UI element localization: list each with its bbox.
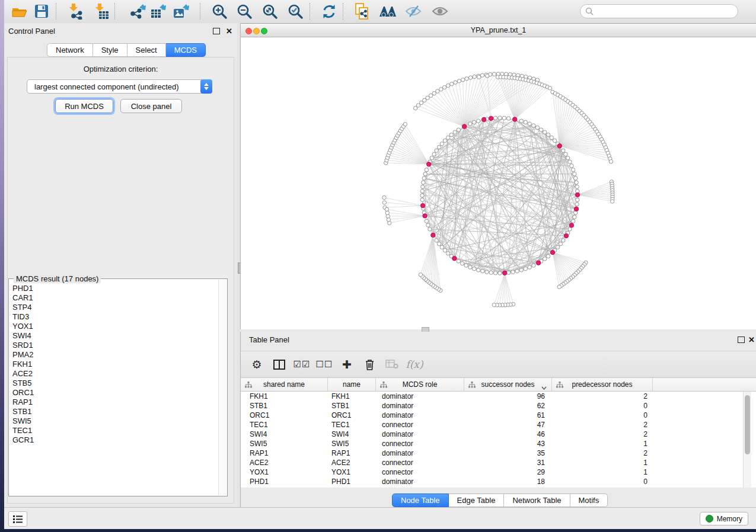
table-scrollbar[interactable]	[743, 392, 751, 488]
dropdown-stepper-icon	[200, 79, 212, 94]
mcds-list-scrollbar[interactable]	[218, 280, 227, 495]
function-builder-button[interactable]: f(x)	[403, 358, 426, 370]
delete-column-button[interactable]	[358, 359, 381, 370]
import-network-button[interactable]	[65, 2, 85, 21]
column-header-successor-nodes[interactable]: successor nodes	[464, 378, 552, 391]
cell-shared-name: SWI4	[241, 430, 328, 439]
criterion-dropdown[interactable]: largest connected component (undirected)	[27, 79, 212, 94]
optimization-criterion-label: Optimization criterion:	[4, 65, 237, 73]
table-row[interactable]: TEC1 TEC1 connector 47 2	[241, 420, 756, 430]
mcds-result-list[interactable]: PHD1CAR1STP4TID3YOX1SWI4SRD1PMA2FKH1ACE2…	[9, 279, 227, 445]
first-neighbors-button[interactable]	[378, 2, 398, 21]
zoom-in-button[interactable]	[209, 2, 229, 21]
status-bar: Memory	[4, 507, 756, 529]
export-image-button[interactable]	[171, 2, 191, 21]
tab-select[interactable]: Select	[127, 43, 166, 57]
mcds-result-item[interactable]: FKH1	[12, 360, 227, 369]
table-row[interactable]: SWI5 SWI5 connector 43 1	[241, 439, 756, 448]
table-tab-node-table[interactable]: Node Table	[392, 493, 449, 507]
toolbar-separator	[114, 3, 115, 20]
mcds-result-item[interactable]: ORC1	[12, 388, 227, 398]
show-all-button[interactable]	[430, 2, 450, 21]
mcds-result-item[interactable]: STB5	[12, 379, 227, 388]
add-column-button[interactable]: ✚	[336, 358, 358, 371]
mcds-result-item[interactable]: YOX1	[12, 322, 227, 331]
tab-style[interactable]: Style	[93, 43, 127, 57]
zoom-selected-button[interactable]	[285, 2, 305, 21]
table-tab-network-table[interactable]: Network Table	[504, 493, 570, 507]
import-table-button[interactable]	[91, 2, 111, 21]
zoom-out-button[interactable]	[234, 2, 254, 21]
table-row[interactable]: STB1 STB1 dominator 62 0	[241, 401, 756, 411]
list-icon	[12, 515, 23, 524]
mcds-result-item[interactable]: STP4	[12, 303, 227, 312]
tab-network[interactable]: Network	[47, 43, 93, 57]
cell-successor-nodes: 62	[464, 401, 552, 411]
table-row[interactable]: FKH1 FKH1 dominator 96 2	[241, 392, 756, 401]
table-scrollbar-thumb[interactable]	[745, 395, 750, 454]
mcds-result-item[interactable]: SRD1	[12, 341, 227, 350]
table-row[interactable]: YOX1 YOX1 connector 29 1	[241, 467, 756, 477]
column-header-name[interactable]: name	[328, 378, 376, 391]
sort-descending-icon	[541, 383, 547, 392]
import-table-icon	[93, 4, 110, 20]
memory-status-icon	[706, 515, 713, 523]
close-panel-button[interactable]: Close panel	[120, 99, 182, 113]
column-header-predecessor-nodes[interactable]: predecessor nodes	[552, 378, 653, 391]
mcds-result-item[interactable]: CAR1	[12, 293, 227, 303]
export-network-button[interactable]	[128, 2, 148, 21]
zoom-fit-button[interactable]	[260, 2, 280, 21]
float-panel-icon[interactable]	[213, 28, 220, 34]
hide-selected-button[interactable]	[403, 2, 423, 21]
task-history-button[interactable]	[8, 511, 27, 527]
column-header-shared-name[interactable]: shared name	[241, 378, 328, 391]
network-canvas[interactable]	[240, 37, 756, 329]
mcds-result-item[interactable]: SWI4	[12, 331, 227, 341]
table-row[interactable]: SWI4 SWI4 dominator 46 2	[241, 430, 756, 439]
refresh-view-button[interactable]	[319, 2, 339, 21]
mcds-result-item[interactable]: ACE2	[12, 369, 227, 379]
deselect-all-columns-button[interactable]: ☐☐	[313, 359, 336, 370]
mcds-result-item[interactable]: STB1	[12, 407, 227, 416]
mcds-result-item[interactable]: GCR1	[12, 435, 227, 445]
toolbar-separator	[343, 3, 343, 20]
select-all-columns-button[interactable]: ☑☑	[291, 359, 313, 370]
cell-mcds-role: dominator	[376, 411, 464, 420]
table-row[interactable]: ACE2 ACE2 connector 31 1	[241, 458, 756, 467]
memory-button[interactable]: Memory	[700, 512, 748, 525]
table-row[interactable]: ORC1 ORC1 dominator 61 0	[241, 411, 756, 420]
table-tab-edge-table[interactable]: Edge Table	[449, 493, 505, 507]
network-window-titlebar[interactable]: YPA_prune.txt_1	[240, 24, 756, 37]
close-table-panel-icon[interactable]: ✕	[748, 336, 755, 344]
cell-successor-nodes: 47	[464, 420, 552, 430]
table-tab-motifs[interactable]: Motifs	[570, 493, 608, 507]
mcds-result-item[interactable]: PHD1	[12, 284, 227, 293]
table-settings-button[interactable]: ⚙	[245, 358, 268, 371]
delete-table-button[interactable]	[381, 360, 403, 369]
save-session-button[interactable]	[31, 2, 52, 21]
clone-network-button[interactable]	[352, 2, 372, 21]
search-input[interactable]	[594, 7, 733, 16]
node-table-body[interactable]: FKH1 FKH1 dominator 96 2 STB1 STB1 domin…	[241, 392, 756, 488]
column-label: shared name	[263, 380, 305, 389]
cell-mcds-role: connector	[376, 467, 464, 477]
mcds-result-item[interactable]: TEC1	[12, 426, 227, 435]
table-row[interactable]: RAP1 RAP1 dominator 35 2	[241, 448, 756, 458]
table-row[interactable]: PHD1 PHD1 dominator 18 0	[241, 477, 756, 486]
mcds-result-item[interactable]: RAP1	[12, 398, 227, 407]
float-table-panel-icon[interactable]	[738, 336, 745, 343]
cell-predecessor-nodes: 0	[552, 411, 653, 420]
export-table-button[interactable]	[148, 2, 168, 21]
table-panel: Table Panel ✕ ⚙ ☑☑ ☐☐ ✚	[240, 332, 756, 507]
column-header-MCDS-role[interactable]: MCDS role	[376, 378, 464, 391]
close-panel-icon[interactable]: ✕	[226, 28, 232, 35]
eye-slash-icon	[405, 5, 422, 18]
mcds-result-item[interactable]: PMA2	[12, 350, 227, 360]
tab-mcds[interactable]: MCDS	[166, 43, 206, 57]
mcds-result-item[interactable]: TID3	[12, 312, 227, 322]
open-file-button[interactable]	[9, 2, 29, 21]
show-columns-button[interactable]	[268, 360, 291, 370]
run-mcds-button[interactable]: Run MCDS	[55, 99, 113, 113]
shared-column-icon	[380, 382, 387, 390]
mcds-result-item[interactable]: SWI5	[12, 416, 227, 426]
